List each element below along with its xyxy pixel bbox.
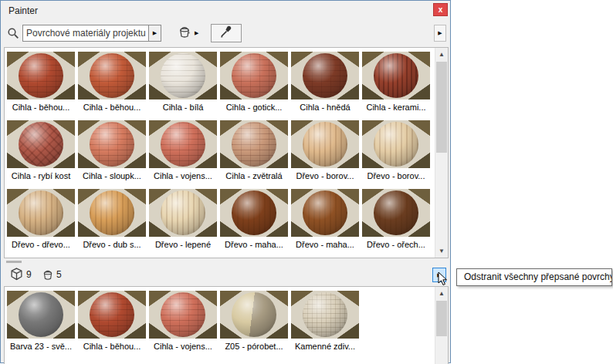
material-item[interactable]: Cihla - bílá <box>147 50 218 119</box>
toolbar: Povrchové materiály projektu ▶ ▶ <box>1 21 450 46</box>
material-label: Dřevo - ořech... <box>367 240 425 250</box>
overrides-status-row: 9 5 ▶ <box>4 265 449 285</box>
material-label: Cihla - vojens... <box>154 171 212 181</box>
material-label: Dřevo - borov... <box>296 171 354 181</box>
material-label: Cihla - běhou... <box>83 342 141 352</box>
material-label: Dřevo - dřevo... <box>12 240 70 250</box>
material-thumbnail <box>78 189 146 237</box>
material-thumbnail <box>7 189 75 237</box>
material-label: Cihla - hnědá <box>300 103 350 113</box>
material-item[interactable]: Dřevo - maha... <box>290 187 361 256</box>
material-sphere <box>303 122 347 167</box>
material-thumbnail <box>149 120 217 168</box>
material-item[interactable]: Cihla - vojens... <box>147 289 218 358</box>
material-label: Dřevo - maha... <box>225 240 283 250</box>
material-label: Cihla - bílá <box>163 103 204 113</box>
material-sphere <box>161 190 205 235</box>
material-item[interactable]: Cihla - běhou... <box>76 289 147 358</box>
material-item[interactable]: Cihla - hnědá <box>290 50 361 119</box>
main-scrollbar[interactable]: ▲ ▼ <box>435 48 448 258</box>
material-thumbnail <box>149 189 217 237</box>
material-sphere <box>90 122 134 167</box>
titlebar[interactable]: Painter x <box>1 1 450 21</box>
toolbar-flyout-button[interactable]: ▶ <box>434 25 446 42</box>
material-label: Cihla - rybí kost <box>12 171 70 181</box>
bottom-scrollbar[interactable]: ▲ <box>435 287 448 364</box>
overridden-surfaces-list: Barva 23 - svě... Cihla - běhou... Cihla… <box>4 286 449 364</box>
material-label: Cihla - běhou... <box>12 103 70 113</box>
override-count: 5 <box>56 269 62 280</box>
material-sphere <box>232 122 276 167</box>
material-item[interactable]: Cihla - vojens... <box>147 119 218 187</box>
material-item[interactable]: Cihla - gotick... <box>218 50 290 119</box>
paint-bucket-icon <box>177 25 192 42</box>
menu-item-remove-overrides[interactable]: Odstranit všechny přepsané povrchy <box>464 271 612 282</box>
material-item[interactable]: Cihla - rybí kost <box>5 119 76 187</box>
scrollbar-thumb[interactable] <box>436 301 447 336</box>
material-label: Dřevo - lepené <box>155 240 211 250</box>
material-item[interactable]: Cihla - běhou... <box>76 50 147 119</box>
scroll-up-button[interactable]: ▲ <box>435 48 448 61</box>
material-item[interactable]: Barva 23 - svě... <box>5 289 76 358</box>
material-sphere <box>374 190 418 235</box>
material-thumbnail <box>291 120 359 168</box>
scroll-down-button[interactable]: ▼ <box>435 244 448 258</box>
material-thumbnail <box>291 189 359 237</box>
material-item[interactable]: Cihla - běhou... <box>5 50 76 119</box>
materials-grid-area: Cihla - běhou... Cihla - běhou... Cihla … <box>5 48 435 258</box>
material-label: Cihla - běhou... <box>83 103 141 113</box>
material-label: Cihla - gotick... <box>226 103 283 113</box>
material-sphere <box>161 122 205 167</box>
material-sphere <box>19 53 63 98</box>
material-sphere <box>303 53 347 98</box>
panel-splitter[interactable] <box>4 259 449 265</box>
material-thumbnail <box>7 52 75 99</box>
material-item[interactable]: Dřevo - borov... <box>290 119 361 187</box>
scrollbar-thumb[interactable] <box>436 62 447 153</box>
material-thumbnail <box>7 120 75 168</box>
close-button[interactable]: x <box>433 3 448 16</box>
material-sphere <box>232 292 276 337</box>
window-title: Painter <box>8 5 38 16</box>
material-label: Cihla - vojens... <box>154 342 212 352</box>
material-thumbnail <box>220 52 288 99</box>
material-item[interactable]: Dřevo - ořech... <box>361 187 432 256</box>
combo-flyout-button[interactable]: ▶ <box>148 25 161 42</box>
material-item[interactable]: Cihla - sloupk... <box>76 119 147 187</box>
materials-grid: Cihla - běhou... Cihla - běhou... Cihla … <box>5 48 435 256</box>
material-sphere <box>303 292 347 337</box>
material-item[interactable]: Z05 - pórobet... <box>218 289 290 358</box>
material-item[interactable]: Dřevo - lepené <box>147 187 218 256</box>
search-icon <box>7 27 19 39</box>
material-label: Kamenné zdiv... <box>295 342 355 352</box>
flyout-menu: Odstranit všechny přepsané povrchy <box>456 268 612 286</box>
material-item[interactable]: Dřevo - dřevo... <box>5 187 76 256</box>
material-label: Cihla - zvětralá <box>225 171 282 181</box>
pick-up-surface-button[interactable] <box>211 24 242 42</box>
bucket-dropdown-arrow-icon: ▶ <box>195 30 198 36</box>
material-thumbnail <box>78 52 146 99</box>
element-cube-icon <box>10 268 23 281</box>
material-item[interactable]: Cihla - zvětralá <box>218 119 290 187</box>
material-thumbnail <box>149 291 217 339</box>
material-sphere <box>303 190 347 235</box>
material-sphere <box>374 122 418 167</box>
flyout-arrow-icon: ▶ <box>438 30 442 36</box>
material-thumbnail <box>220 120 288 168</box>
material-item[interactable]: Dřevo - dub s... <box>76 187 147 256</box>
material-sphere <box>90 292 134 337</box>
material-item[interactable]: Dřevo - maha... <box>218 187 290 256</box>
material-thumbnail <box>78 291 146 339</box>
material-label: Cihla - kerami... <box>366 103 425 113</box>
material-sphere <box>374 53 418 98</box>
splitter-handle[interactable] <box>6 261 22 263</box>
material-item[interactable]: Dřevo - borov... <box>361 119 432 187</box>
material-item[interactable]: Kamenné zdiv... <box>290 289 361 358</box>
material-filter-combo[interactable]: Povrchové materiály projektu <box>22 25 149 42</box>
material-thumbnail <box>291 291 359 339</box>
apply-surface-button[interactable]: ▶ <box>177 25 205 42</box>
material-item[interactable]: Cihla - kerami... <box>361 50 432 119</box>
project-materials-list: Cihla - běhou... Cihla - běhou... Cihla … <box>4 47 449 258</box>
mouse-cursor <box>438 271 449 290</box>
material-sphere <box>90 190 134 235</box>
